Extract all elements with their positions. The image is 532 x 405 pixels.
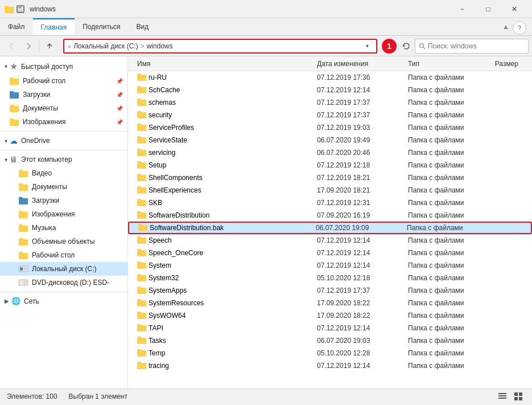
file-type-cell: Папка с файлами — [408, 324, 482, 332]
forward-button[interactable] — [20, 38, 36, 54]
documents-icon — [9, 103, 19, 113]
file-date-cell: 07.12.2019 18:21 — [317, 174, 408, 182]
search-input[interactable] — [428, 42, 525, 50]
table-row[interactable]: SystemApps07.12.2019 17:37Папка с файлам… — [128, 284, 532, 297]
downloads-icon — [9, 89, 19, 100]
address-folder: windows — [147, 42, 173, 50]
sidebar-item-documents[interactable]: Документы 📌 — [0, 101, 127, 115]
table-row[interactable]: TAPI07.12.2019 12:14Папка с файлами — [128, 322, 532, 334]
view-buttons — [496, 390, 525, 403]
col-name-header[interactable]: Имя — [133, 60, 317, 68]
svg-rect-3 — [18, 6, 22, 9]
sidebar-onedrive-header[interactable]: ▾ ☁ OneDrive — [0, 134, 127, 148]
table-row[interactable]: Setup07.12.2019 12:18Папка с файлами — [128, 159, 532, 171]
tab-share[interactable]: Поделиться — [75, 18, 128, 35]
title-folder-icon — [5, 5, 14, 14]
table-row[interactable]: ru-RU07.12.2019 17:36Папка с файлами — [128, 71, 532, 84]
file-name-cell: SysWOW64 — [133, 311, 317, 321]
col-size-header[interactable]: Размер — [482, 60, 527, 68]
file-date-cell: 05.10.2020 12:28 — [317, 349, 408, 357]
file-type-cell: Папка с файлами — [408, 124, 482, 132]
table-row[interactable]: Speech07.12.2019 12:14Папка с файлами — [128, 234, 532, 247]
folder-icon — [137, 286, 146, 296]
sidebar-item-docs[interactable]: Документы — [0, 180, 127, 194]
file-date-cell: 07.12.2019 17:36 — [317, 73, 408, 81]
table-row[interactable]: servicing06.07.2020 20:46Папка с файлами — [128, 146, 532, 159]
sidebar-item-video[interactable]: Видео — [0, 166, 127, 180]
tab-file[interactable]: Файл — [0, 18, 33, 35]
window-title: windows — [30, 5, 449, 13]
table-row[interactable]: SoftwareDistribution07.09.2020 16:19Папк… — [128, 209, 532, 222]
sidebar-thispc-header[interactable]: ▾ 🖥 Этот компьютер — [0, 153, 127, 166]
sidebar-item-3d[interactable]: Объемные объекты — [0, 235, 127, 248]
sidebar-item-dl[interactable]: Загрузки — [0, 194, 127, 207]
refresh-button[interactable] — [399, 39, 414, 54]
onedrive-cloud-icon: ☁ — [10, 136, 18, 145]
file-name-text: ShellComponents — [149, 174, 203, 182]
minimize-button[interactable]: − — [449, 0, 475, 18]
folder-icon — [138, 223, 147, 233]
status-selected: Выбран 1 элемент — [69, 392, 127, 400]
back-button[interactable] — [3, 38, 19, 54]
tab-home[interactable]: Главная — [33, 18, 75, 35]
table-row[interactable]: ShellComponents07.12.2019 18:21Папка с ф… — [128, 171, 532, 184]
file-name-text: SoftwareDistribution — [149, 211, 209, 219]
table-row[interactable]: tracing07.12.2019 12:14Папка с файлами — [128, 359, 532, 372]
file-name-text: security — [149, 111, 172, 119]
table-row[interactable]: SysWOW6417.09.2020 18:22Папка с файлами — [128, 309, 532, 322]
table-row[interactable]: System3205.10.2020 12:18Папка с файлами — [128, 272, 532, 284]
file-date-cell: 07.12.2019 12:14 — [317, 324, 408, 332]
folder-icon — [137, 349, 146, 358]
up-button[interactable] — [42, 38, 57, 54]
table-row[interactable]: ShellExperiences17.09.2020 18:21Папка с … — [128, 184, 532, 197]
toolbar: « Локальный диск (C:) > windows ▾ 1 — [0, 36, 532, 56]
table-row[interactable]: SoftwareDistribution.bak06.07.2020 19:09… — [128, 222, 532, 234]
table-row[interactable]: schemas07.12.2019 17:37Папка с файлами — [128, 96, 532, 109]
search-box[interactable] — [415, 39, 529, 54]
sidebar-item-desktop[interactable]: Рабочий стол 📌 — [0, 74, 127, 88]
file-type-cell: Папка с файлами — [408, 136, 482, 144]
sidebar-desktop-label: Рабочий стол — [23, 77, 65, 85]
view-details-button[interactable] — [496, 390, 509, 403]
file-name-cell: tracing — [133, 361, 317, 371]
table-row[interactable]: SKB07.12.2019 12:31Папка с файлами — [128, 197, 532, 209]
tab-view[interactable]: Вид — [128, 18, 156, 35]
table-row[interactable]: security07.12.2019 17:37Папка с файлами — [128, 109, 532, 121]
address-separator: > — [141, 42, 145, 50]
dvd-label: DVD-дисковод (D:) ESD- — [32, 279, 109, 287]
sidebar-item-img[interactable]: Изображения — [0, 207, 127, 221]
sidebar-item-cdrive[interactable]: Локальный диск (C:) — [0, 262, 127, 276]
sidebar-network-header[interactable]: ▶ 🌐 Сеть — [0, 294, 127, 308]
sidebar-item-images[interactable]: Изображения 📌 — [0, 115, 127, 129]
close-button[interactable]: ✕ — [501, 0, 527, 18]
table-row[interactable]: Temp05.10.2020 12:28Папка с файлами — [128, 347, 532, 359]
table-row[interactable]: ServiceState06.07.2020 19:49Папка с файл… — [128, 134, 532, 146]
address-bar[interactable]: « Локальный диск (C:) > windows ▾ — [63, 39, 377, 54]
file-type-cell: Папка с файлами — [408, 337, 482, 345]
table-row[interactable]: ServiceProfiles07.12.2019 19:03Папка с ф… — [128, 121, 532, 134]
svg-rect-87 — [514, 397, 518, 400]
sidebar-item-music[interactable]: Музыка — [0, 221, 127, 235]
sidebar-item-desk2[interactable]: Рабочий стол — [0, 248, 127, 262]
folder-icon — [137, 123, 146, 133]
cdrive-label: Локальный диск (C:) — [32, 265, 97, 273]
svg-rect-16 — [19, 170, 23, 172]
table-row[interactable]: System07.12.2019 12:14Папка с файлами — [128, 259, 532, 272]
maximize-button[interactable]: □ — [475, 0, 501, 18]
address-dropdown-button[interactable]: ▾ — [361, 39, 373, 54]
svg-rect-35 — [137, 73, 141, 76]
view-tiles-button[interactable] — [512, 390, 525, 403]
col-type-header[interactable]: Тип — [408, 60, 482, 68]
sidebar-quick-access-header[interactable]: ▾ ★ Быстрый доступ — [0, 59, 127, 74]
sidebar-item-downloads[interactable]: Загрузки 📌 — [0, 88, 127, 101]
quick-access-label: Быстрый доступ — [21, 63, 73, 71]
table-row[interactable]: Speech_OneCore07.12.2019 12:14Папка с фа… — [128, 247, 532, 259]
col-date-header[interactable]: Дата изменения — [317, 60, 408, 68]
sidebar-item-dvd[interactable]: DVD-дисковод (D:) ESD- — [0, 276, 127, 289]
help-button[interactable]: ? — [513, 21, 526, 35]
svg-rect-51 — [137, 174, 141, 176]
table-row[interactable]: SchCache07.12.2019 12:14Папка с файлами — [128, 84, 532, 96]
table-row[interactable]: SystemResources17.09.2020 18:22Папка с ф… — [128, 297, 532, 309]
folder-icon — [137, 248, 146, 258]
table-row[interactable]: Tasks06.07.2020 19:03Папка с файлами — [128, 334, 532, 347]
